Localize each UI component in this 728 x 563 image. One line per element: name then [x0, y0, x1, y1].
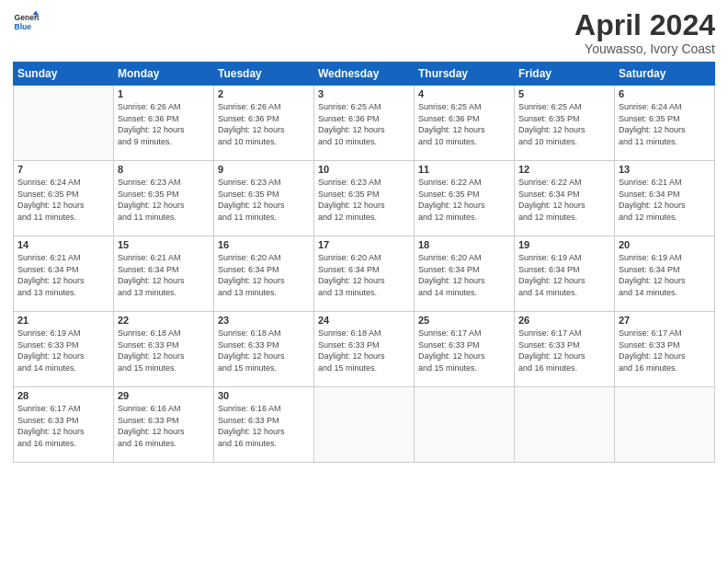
- calendar-table: SundayMondayTuesdayWednesdayThursdayFrid…: [13, 62, 715, 463]
- header-day: Saturday: [615, 63, 715, 86]
- day-number: 15: [118, 239, 210, 250]
- title-block: April 2024 Youwasso, Ivory Coast: [574, 9, 715, 56]
- calendar-cell: 24Sunrise: 6:18 AM Sunset: 6:33 PM Dayli…: [314, 312, 415, 387]
- day-info: Sunrise: 6:17 AM Sunset: 6:33 PM Dayligh…: [518, 327, 610, 373]
- day-number: 28: [17, 390, 109, 401]
- day-number: 21: [17, 315, 109, 326]
- header-day: Tuesday: [214, 63, 314, 86]
- calendar-cell: 14Sunrise: 6:21 AM Sunset: 6:34 PM Dayli…: [14, 236, 114, 312]
- day-info: Sunrise: 6:19 AM Sunset: 6:34 PM Dayligh…: [619, 252, 711, 298]
- calendar-cell: 22Sunrise: 6:18 AM Sunset: 6:33 PM Dayli…: [114, 312, 214, 387]
- day-info: Sunrise: 6:23 AM Sunset: 6:35 PM Dayligh…: [118, 177, 210, 223]
- calendar-cell: 18Sunrise: 6:20 AM Sunset: 6:34 PM Dayli…: [415, 236, 515, 312]
- calendar-cell: [14, 86, 114, 161]
- generalblue-logo-icon: General Blue: [13, 9, 39, 35]
- calendar-cell: 4Sunrise: 6:25 AM Sunset: 6:36 PM Daylig…: [415, 86, 515, 161]
- day-number: 18: [418, 239, 510, 250]
- subtitle: Youwasso, Ivory Coast: [574, 41, 715, 56]
- day-info: Sunrise: 6:16 AM Sunset: 6:33 PM Dayligh…: [118, 403, 210, 449]
- day-info: Sunrise: 6:16 AM Sunset: 6:33 PM Dayligh…: [218, 403, 310, 449]
- calendar-cell: 8Sunrise: 6:23 AM Sunset: 6:35 PM Daylig…: [114, 161, 214, 236]
- calendar-cell: [314, 387, 415, 463]
- calendar-cell: 3Sunrise: 6:25 AM Sunset: 6:36 PM Daylig…: [314, 86, 415, 161]
- day-info: Sunrise: 6:21 AM Sunset: 6:34 PM Dayligh…: [17, 252, 109, 298]
- calendar-week-row: 21Sunrise: 6:19 AM Sunset: 6:33 PM Dayli…: [14, 312, 715, 387]
- day-info: Sunrise: 6:23 AM Sunset: 6:35 PM Dayligh…: [218, 177, 310, 223]
- calendar-cell: 25Sunrise: 6:17 AM Sunset: 6:33 PM Dayli…: [415, 312, 515, 387]
- calendar-cell: 17Sunrise: 6:20 AM Sunset: 6:34 PM Dayli…: [314, 236, 415, 312]
- day-info: Sunrise: 6:26 AM Sunset: 6:36 PM Dayligh…: [118, 101, 210, 147]
- main-title: April 2024: [574, 9, 715, 41]
- calendar-cell: 16Sunrise: 6:20 AM Sunset: 6:34 PM Dayli…: [214, 236, 314, 312]
- day-number: 24: [318, 315, 410, 326]
- calendar-week-row: 7Sunrise: 6:24 AM Sunset: 6:35 PM Daylig…: [14, 161, 715, 236]
- day-number: 29: [118, 390, 210, 401]
- logo: General Blue: [13, 9, 39, 35]
- day-number: 10: [318, 164, 410, 175]
- day-info: Sunrise: 6:25 AM Sunset: 6:36 PM Dayligh…: [318, 101, 410, 147]
- calendar-cell: 6Sunrise: 6:24 AM Sunset: 6:35 PM Daylig…: [615, 86, 715, 161]
- day-number: 5: [518, 88, 610, 99]
- day-number: 1: [118, 88, 210, 99]
- calendar-cell: 20Sunrise: 6:19 AM Sunset: 6:34 PM Dayli…: [615, 236, 715, 312]
- header: General Blue April 2024 Youwasso, Ivory …: [13, 9, 715, 56]
- day-number: 27: [619, 315, 711, 326]
- day-number: 3: [318, 88, 410, 99]
- calendar-cell: 5Sunrise: 6:25 AM Sunset: 6:35 PM Daylig…: [515, 86, 615, 161]
- day-info: Sunrise: 6:25 AM Sunset: 6:36 PM Dayligh…: [418, 101, 510, 147]
- day-info: Sunrise: 6:26 AM Sunset: 6:36 PM Dayligh…: [218, 101, 310, 147]
- day-info: Sunrise: 6:17 AM Sunset: 6:33 PM Dayligh…: [619, 327, 711, 373]
- day-number: 17: [318, 239, 410, 250]
- header-day: Sunday: [14, 63, 114, 86]
- day-number: 16: [218, 239, 310, 250]
- day-number: 20: [619, 239, 711, 250]
- calendar-cell: [515, 387, 615, 463]
- calendar-cell: 15Sunrise: 6:21 AM Sunset: 6:34 PM Dayli…: [114, 236, 214, 312]
- day-number: 30: [218, 390, 310, 401]
- day-number: 14: [17, 239, 109, 250]
- calendar-cell: 26Sunrise: 6:17 AM Sunset: 6:33 PM Dayli…: [515, 312, 615, 387]
- calendar-cell: 29Sunrise: 6:16 AM Sunset: 6:33 PM Dayli…: [114, 387, 214, 463]
- header-day: Thursday: [415, 63, 515, 86]
- day-info: Sunrise: 6:18 AM Sunset: 6:33 PM Dayligh…: [118, 327, 210, 373]
- calendar-cell: 10Sunrise: 6:23 AM Sunset: 6:35 PM Dayli…: [314, 161, 415, 236]
- calendar-cell: 23Sunrise: 6:18 AM Sunset: 6:33 PM Dayli…: [214, 312, 314, 387]
- day-number: 13: [619, 164, 711, 175]
- day-info: Sunrise: 6:18 AM Sunset: 6:33 PM Dayligh…: [318, 327, 410, 373]
- day-number: 25: [418, 315, 510, 326]
- calendar-week-row: 1Sunrise: 6:26 AM Sunset: 6:36 PM Daylig…: [14, 86, 715, 161]
- page: General Blue April 2024 Youwasso, Ivory …: [0, 0, 728, 563]
- day-info: Sunrise: 6:24 AM Sunset: 6:35 PM Dayligh…: [17, 177, 109, 223]
- day-number: 4: [418, 88, 510, 99]
- header-day: Monday: [114, 63, 214, 86]
- day-info: Sunrise: 6:17 AM Sunset: 6:33 PM Dayligh…: [418, 327, 510, 373]
- calendar-week-row: 28Sunrise: 6:17 AM Sunset: 6:33 PM Dayli…: [14, 387, 715, 463]
- calendar-cell: [415, 387, 515, 463]
- header-day: Friday: [515, 63, 615, 86]
- day-info: Sunrise: 6:18 AM Sunset: 6:33 PM Dayligh…: [218, 327, 310, 373]
- day-info: Sunrise: 6:21 AM Sunset: 6:34 PM Dayligh…: [118, 252, 210, 298]
- day-info: Sunrise: 6:20 AM Sunset: 6:34 PM Dayligh…: [218, 252, 310, 298]
- svg-text:Blue: Blue: [15, 22, 32, 31]
- day-info: Sunrise: 6:20 AM Sunset: 6:34 PM Dayligh…: [318, 252, 410, 298]
- calendar-cell: 19Sunrise: 6:19 AM Sunset: 6:34 PM Dayli…: [515, 236, 615, 312]
- day-number: 6: [619, 88, 711, 99]
- calendar-cell: 11Sunrise: 6:22 AM Sunset: 6:35 PM Dayli…: [415, 161, 515, 236]
- day-number: 26: [518, 315, 610, 326]
- day-number: 23: [218, 315, 310, 326]
- day-info: Sunrise: 6:20 AM Sunset: 6:34 PM Dayligh…: [418, 252, 510, 298]
- calendar-cell: 7Sunrise: 6:24 AM Sunset: 6:35 PM Daylig…: [14, 161, 114, 236]
- day-number: 7: [17, 164, 109, 175]
- calendar-cell: [615, 387, 715, 463]
- calendar-cell: 9Sunrise: 6:23 AM Sunset: 6:35 PM Daylig…: [214, 161, 314, 236]
- calendar-cell: 28Sunrise: 6:17 AM Sunset: 6:33 PM Dayli…: [14, 387, 114, 463]
- calendar-cell: 13Sunrise: 6:21 AM Sunset: 6:34 PM Dayli…: [615, 161, 715, 236]
- day-number: 19: [518, 239, 610, 250]
- day-number: 22: [118, 315, 210, 326]
- day-number: 11: [418, 164, 510, 175]
- calendar-cell: 12Sunrise: 6:22 AM Sunset: 6:34 PM Dayli…: [515, 161, 615, 236]
- day-info: Sunrise: 6:23 AM Sunset: 6:35 PM Dayligh…: [318, 177, 410, 223]
- day-info: Sunrise: 6:19 AM Sunset: 6:33 PM Dayligh…: [17, 327, 109, 373]
- calendar-cell: 2Sunrise: 6:26 AM Sunset: 6:36 PM Daylig…: [214, 86, 314, 161]
- calendar-week-row: 14Sunrise: 6:21 AM Sunset: 6:34 PM Dayli…: [14, 236, 715, 312]
